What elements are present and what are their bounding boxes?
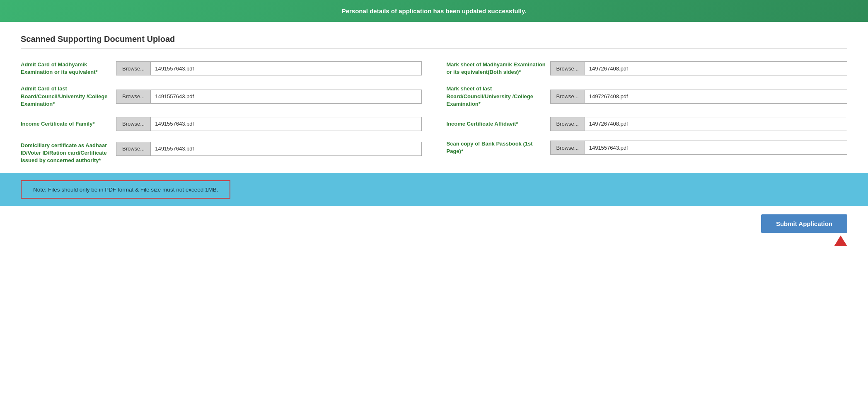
section-title: Scanned Supporting Document Upload [21,34,847,44]
domiciliary-filename: 1491557643.pdf [151,142,198,155]
mark-sheet-madhyamik-label: Mark sheet of Madhyamik Examination or i… [447,61,546,76]
admit-card-last-board-browse-btn[interactable]: Browse... [116,90,151,103]
income-certificate-family-file-control: Browse... 1491557643.pdf [116,117,422,131]
admit-card-last-board-filename: 1491557643.pdf [151,90,198,103]
document-item-domiciliary: Domiciliary certificate as Aadhaar ID/Vo… [21,140,422,165]
mark-sheet-last-board-file-control: Browse... 1497267408.pdf [550,90,848,104]
mark-sheet-madhyamik-file-control: Browse... 1497267408.pdf [550,61,848,75]
mark-sheet-last-board-filename: 1497267408.pdf [585,90,632,103]
mark-sheet-last-board-label: Mark sheet of last Board/Council/Univers… [447,85,546,108]
income-affidavit-file-control: Browse... 1497267408.pdf [550,117,848,131]
note-bar: Note: Files should only be in PDF format… [0,173,868,206]
income-certificate-family-browse-btn[interactable]: Browse... [116,117,151,131]
admit-card-madhyamik-file-control: Browse... 1491557643.pdf [116,61,422,75]
document-item-bank-passbook: Scan copy of Bank Passbook (1st Page)* B… [447,140,848,155]
submit-section: Submit Application [0,206,868,259]
note-box: Note: Files should only be in PDF format… [21,180,230,199]
admit-card-madhyamik-filename: 1491557643.pdf [151,62,198,75]
mark-sheet-madhyamik-browse-btn[interactable]: Browse... [551,62,585,75]
income-certificate-family-filename: 1491557643.pdf [151,117,198,131]
bank-passbook-label: Scan copy of Bank Passbook (1st Page)* [447,140,546,155]
admit-card-madhyamik-label: Admit Card of Madhyamik Examination or i… [21,61,112,76]
success-message: Personal details of application has been… [342,7,527,15]
submit-application-button[interactable]: Submit Application [761,214,847,233]
section-divider [21,48,847,49]
document-item-income-certificate-family: Income Certificate of Family* Browse... … [21,117,422,131]
success-banner: Personal details of application has been… [0,0,868,22]
arrow-indicator [834,235,847,246]
mark-sheet-last-board-browse-btn[interactable]: Browse... [551,90,585,103]
income-affidavit-label: Income Certificate Affidavit* [447,120,546,128]
bank-passbook-filename: 1491557643.pdf [585,141,632,154]
document-item-mark-sheet-last-board: Mark sheet of last Board/Council/Univers… [447,85,848,108]
up-arrow-icon [834,235,847,246]
domiciliary-browse-btn[interactable]: Browse... [116,142,151,155]
document-item-income-affidavit: Income Certificate Affidavit* Browse... … [447,117,848,131]
domiciliary-file-control: Browse... 1491557643.pdf [116,142,422,156]
note-text: Note: Files should only be in PDF format… [33,187,218,193]
document-item-admit-card-madhyamik: Admit Card of Madhyamik Examination or i… [21,61,422,76]
income-affidavit-browse-btn[interactable]: Browse... [551,117,585,131]
right-column: Mark sheet of Madhyamik Examination or i… [447,61,848,165]
document-item-admit-card-last-board: Admit Card of last Board/Council/Univers… [21,85,422,108]
income-affidavit-filename: 1497267408.pdf [585,117,632,131]
domiciliary-label: Domiciliary certificate as Aadhaar ID/Vo… [21,142,112,165]
page-wrapper: Personal details of application has been… [0,0,868,420]
bank-passbook-browse-btn[interactable]: Browse... [551,141,585,154]
bank-passbook-file-control: Browse... 1491557643.pdf [550,141,848,155]
income-certificate-family-label: Income Certificate of Family* [21,120,112,128]
admit-card-last-board-label: Admit Card of last Board/Council/Univers… [21,85,112,108]
document-item-mark-sheet-madhyamik: Mark sheet of Madhyamik Examination or i… [447,61,848,76]
left-column: Admit Card of Madhyamik Examination or i… [21,61,422,165]
mark-sheet-madhyamik-filename: 1497267408.pdf [585,62,632,75]
admit-card-madhyamik-browse-btn[interactable]: Browse... [116,62,151,75]
admit-card-last-board-file-control: Browse... 1491557643.pdf [116,90,422,104]
